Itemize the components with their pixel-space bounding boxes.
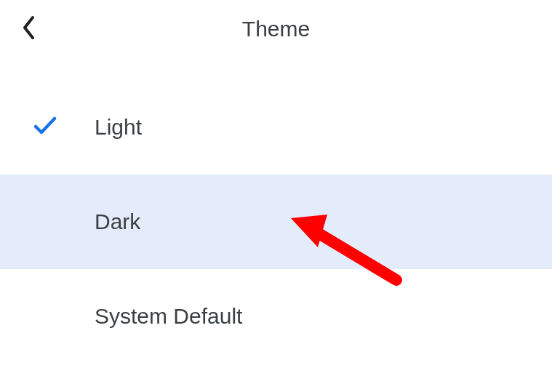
page-title: Theme <box>15 17 537 41</box>
check-container <box>32 113 95 142</box>
option-label: Dark <box>95 209 140 234</box>
theme-option-light[interactable]: Light <box>0 80 552 175</box>
header: Theme <box>0 0 552 58</box>
theme-option-dark[interactable]: Dark <box>0 175 552 269</box>
option-label: Light <box>95 115 142 140</box>
checkmark-icon <box>32 113 58 142</box>
theme-option-system-default[interactable]: System Default <box>0 269 552 364</box>
option-label: System Default <box>95 304 242 329</box>
theme-options-list: Light Dark System Default <box>0 80 552 364</box>
chevron-left-icon <box>20 15 38 44</box>
back-button[interactable] <box>15 15 44 44</box>
